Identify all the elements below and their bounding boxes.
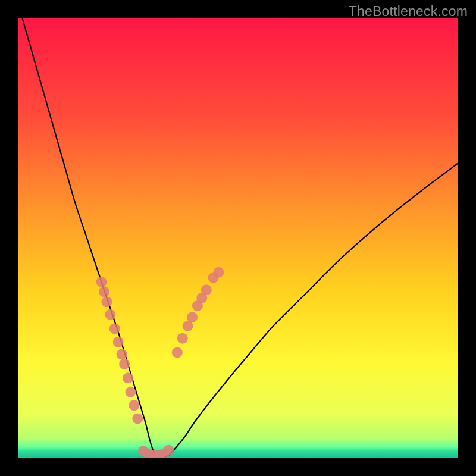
plot-area [18, 18, 458, 458]
data-point [99, 286, 109, 297]
data-point [177, 333, 188, 344]
data-point [132, 413, 143, 424]
data-point [113, 337, 124, 347]
data-point [119, 359, 130, 369]
bottleneck-curve [22, 18, 458, 458]
data-point [201, 284, 212, 295]
data-point [96, 277, 107, 287]
data-point [117, 349, 127, 359]
data-markers [96, 267, 224, 458]
data-point [172, 347, 183, 358]
data-point [101, 296, 112, 307]
data-point [187, 312, 198, 322]
watermark-label: TheBottleneck.com [349, 4, 468, 20]
data-point [105, 309, 115, 320]
data-point [129, 400, 139, 411]
data-point [163, 445, 174, 456]
data-point [213, 267, 224, 278]
curve-layer [18, 18, 458, 458]
data-point [125, 387, 136, 397]
data-point [109, 323, 120, 334]
data-point [123, 372, 133, 383]
chart-container: TheBottleneck.com [0, 0, 476, 476]
